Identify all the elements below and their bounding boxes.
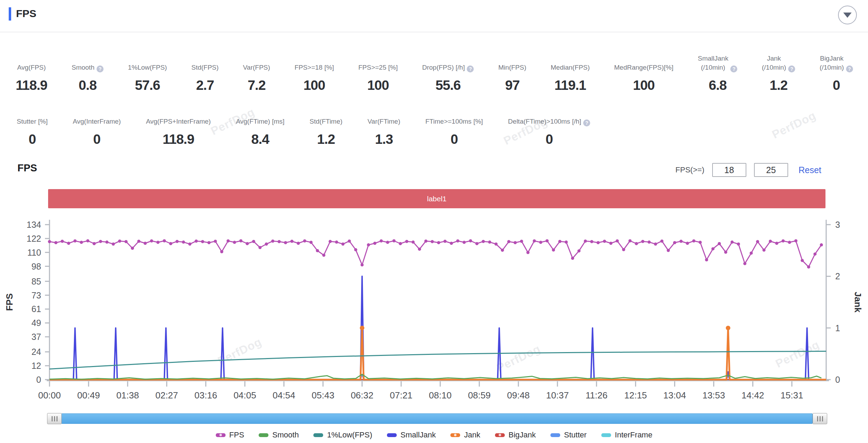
fps-threshold-input-2[interactable] [754,163,788,177]
svg-text:37: 37 [31,332,41,342]
help-icon[interactable]: ? [788,65,795,72]
svg-text:02:27: 02:27 [155,390,178,401]
fps-jank-chart[interactable]: 01224374961738598110122134012300:0000:49… [0,216,868,408]
legend-label: Smooth [272,430,299,440]
stat-value: 118.9 [16,78,47,93]
stat-stutter-%-: Stutter [%]0 [17,106,48,147]
help-icon[interactable]: ? [97,65,104,72]
stat-label: Std(FTime) [310,106,342,126]
legend-item-1%low-fps-[interactable]: 1%Low(FPS) [313,430,372,440]
legend-item-stutter[interactable]: Stutter [550,430,587,440]
stat-delta-ftime-100ms-h-: Delta(FTime)>100ms [/h]?0 [508,106,590,147]
stat-label: MedRange(FPS)[%] [614,52,673,72]
stat-value: 57.6 [128,78,167,93]
svg-text:13:04: 13:04 [663,390,686,401]
legend-marker [495,433,505,437]
scrollbar-left-handle[interactable] [47,413,62,424]
stat-bigjank-10min-: BigJank (/10min)?0 [820,52,853,93]
page-title: FPS [16,8,36,20]
legend-item-bigjank[interactable]: BigJank [495,430,536,440]
stat-avg-interframe-: Avg(InterFrame)0 [73,106,121,147]
svg-text:13:53: 13:53 [702,390,725,401]
svg-text:134: 134 [26,220,41,230]
stat-jank-10min-: Jank (/10min)?1.2 [762,52,795,93]
stat-ftime-100ms-%-: FTime>=100ms [%]0 [425,106,483,147]
collapse-panel-button[interactable] [838,6,857,24]
stat-label: Avg(FTime) [ms] [236,106,284,126]
stat-drop-fps-h-: Drop(FPS) [/h]?55.6 [422,52,474,93]
stat-value: 0 [73,132,121,147]
svg-text:01:38: 01:38 [116,390,139,401]
stat-label: Avg(InterFrame) [73,106,121,126]
help-icon[interactable]: ? [730,65,737,72]
stat-value: 1.3 [367,132,400,147]
legend-item-fps[interactable]: FPS [216,430,244,440]
svg-text:05:43: 05:43 [312,390,334,401]
stat-label: SmallJank (/10min)? [698,52,738,72]
help-icon[interactable]: ? [467,65,474,72]
legend-marker [216,433,226,437]
stat-std-ftime-: Std(FTime)1.2 [310,106,342,147]
svg-text:2: 2 [835,271,840,281]
stat-var-fps-: Var(FPS)7.2 [243,52,270,93]
chart-label-banner: label1 [48,189,825,208]
fps-ge-label: FPS(>=) [676,165,705,174]
fps-threshold-input-1[interactable] [712,163,746,177]
svg-text:00:00: 00:00 [38,390,61,401]
stat-label: BigJank (/10min)? [820,52,853,72]
legend-label: SmallJank [401,430,436,440]
stat-std-fps-: Std(FPS)2.7 [191,52,219,93]
stat-value: 118.9 [146,132,211,147]
svg-text:04:54: 04:54 [273,390,295,401]
legend-label: FPS [229,430,244,440]
perfdog-fps-panel: FPS Avg(FPS)118.9Smooth?0.81%Low(FPS)57.… [0,0,868,443]
stat-avg-fps-: Avg(FPS)118.9 [16,52,47,93]
svg-text:85: 85 [31,277,41,286]
stat-label: Var(FPS) [243,52,270,72]
svg-text:0: 0 [36,375,41,384]
stat-label: Var(FTime) [367,106,400,126]
stat-value: 0 [820,78,853,93]
stat-value: 8.4 [236,132,284,147]
legend-marker [450,433,460,437]
grip-icon [56,416,58,421]
series-smooth [50,374,821,379]
stat-value: 100 [614,78,673,93]
help-icon[interactable]: ? [846,65,853,72]
grip-icon [822,416,823,421]
stat-label: 1%Low(FPS) [128,52,167,72]
svg-text:08:10: 08:10 [429,390,451,401]
help-icon[interactable]: ? [583,119,590,126]
reset-button[interactable]: Reset [799,165,821,175]
legend-item-smooth[interactable]: Smooth [259,430,299,440]
series-fps [50,241,821,267]
legend-item-interframe[interactable]: InterFrame [601,430,653,440]
legend-item-smalljank[interactable]: SmallJank [387,430,436,440]
stat-label: Smooth? [71,52,103,72]
svg-text:FPS: FPS [4,293,15,311]
svg-text:3: 3 [835,220,840,230]
svg-text:06:32: 06:32 [351,390,373,401]
stat-value: 7.2 [243,78,270,93]
stat-value: 6.8 [698,78,738,93]
stat-1%low-fps-: 1%Low(FPS)57.6 [128,52,167,93]
scrollbar-right-handle[interactable] [813,413,827,424]
stat-label: FPS>=18 [%] [295,52,334,72]
grip-icon [817,416,818,421]
legend-label: Jank [464,430,480,440]
legend-marker-dot [219,434,222,436]
svg-text:122: 122 [26,234,41,243]
stat-avg-ftime-ms-: Avg(FTime) [ms]8.4 [236,106,284,147]
scrollbar-range-fill[interactable] [61,413,813,424]
legend-marker [387,433,397,437]
stat-label: Drop(FPS) [/h]? [422,52,474,72]
grip-icon [54,416,55,421]
series-smalljank [50,276,826,380]
header-divider [0,32,868,32]
legend-item-jank[interactable]: Jank [450,430,480,440]
svg-text:00:49: 00:49 [77,390,100,401]
stat-value: 100 [358,78,398,93]
chart-range-scrollbar[interactable] [47,413,827,424]
stat-medrange-fps-%-: MedRange(FPS)[%]100 [614,52,673,93]
svg-text:61: 61 [31,304,41,314]
